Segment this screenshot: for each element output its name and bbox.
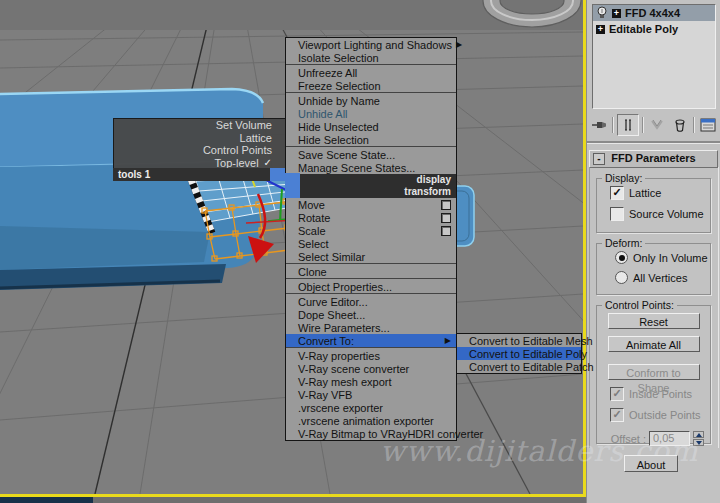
group-label-control-points: Control Points: [602, 299, 677, 311]
inside-points-checkbox-row: ✓ Inside Points [610, 387, 710, 401]
menu-item-dope-sheet[interactable]: Dope Sheet... [286, 308, 456, 321]
menu-item-vray-mesh-export[interactable]: V-Ray mesh export [286, 375, 456, 388]
animate-all-button[interactable]: Animate All [608, 336, 700, 352]
display-group: Display: ✓ Lattice Source Volume [596, 178, 711, 233]
menu-item-clone[interactable]: Clone [286, 265, 456, 278]
menu-item-rotate[interactable]: Rotate [286, 211, 456, 224]
menu-item-hide-selection[interactable]: Hide Selection [286, 133, 456, 146]
pin-stack-icon [591, 117, 607, 133]
lattice-checkbox[interactable]: ✓ [610, 186, 624, 200]
group-label-display: Display: [602, 172, 645, 184]
menu-separator [286, 278, 456, 280]
quad-title-transform: transform [286, 186, 456, 198]
menu-item-convert-editable-poly[interactable]: Convert to Editable Poly [457, 347, 581, 360]
menu-item-vray-vfb[interactable]: V-Ray VFB [286, 388, 456, 401]
reset-button[interactable]: Reset [608, 313, 700, 329]
menu-item-save-scene-state[interactable]: Save Scene State... [286, 148, 456, 161]
only-in-volume-radio-row[interactable]: Only In Volume [615, 251, 710, 264]
modifier-stack-toolbar [589, 112, 719, 138]
menu-item-vray-scene-converter[interactable]: V-Ray scene converter [286, 362, 456, 375]
show-end-result-icon [621, 118, 635, 132]
panel-divider [587, 141, 720, 144]
menu-separator [286, 64, 456, 66]
expand-icon[interactable]: + [612, 9, 621, 18]
show-end-result-button[interactable] [617, 114, 639, 136]
quad-title-display: display [286, 174, 456, 186]
menu-item-isolate-selection[interactable]: Isolate Selection [286, 51, 456, 64]
menu-item-viewport-lighting[interactable]: Viewport Lighting and Shadows ▶ [286, 38, 456, 51]
quad-title-tools1: tools 1 [113, 168, 275, 181]
offset-spinner[interactable] [693, 431, 704, 446]
all-vertices-radio[interactable] [615, 271, 628, 284]
ffd-parameters-rollout: Display: ✓ Lattice Source Volume Deform:… [589, 167, 719, 448]
ffd-parameters-rollout-header[interactable]: - FFD Parameters [589, 150, 718, 168]
quad-item-control-points[interactable]: Control Points [114, 144, 286, 157]
menu-item-unhide-by-name[interactable]: Unhide by Name [286, 94, 456, 107]
modifier-stack-row-ffd[interactable]: + FFD 4x4x4 [593, 5, 715, 21]
about-button[interactable]: About [624, 455, 678, 472]
source-volume-checkbox-row[interactable]: Source Volume [610, 207, 710, 221]
quad-item-set-volume[interactable]: Set Volume [114, 119, 286, 132]
modifier-stack-row-editable-poly[interactable]: + Editable Poly [593, 21, 715, 37]
offset-field[interactable]: 0,05 [649, 431, 690, 446]
pin-stack-button[interactable] [589, 115, 609, 135]
collapse-icon[interactable]: - [593, 153, 605, 165]
menu-item-convert-editable-patch[interactable]: Convert to Editable Patch [457, 360, 581, 373]
menu-item-unhide-all: Unhide All [286, 107, 456, 120]
menu-item-vrscene-animation-exporter[interactable]: .vrscene animation exporter [286, 414, 456, 427]
menu-item-wire-parameters[interactable]: Wire Parameters... [286, 321, 456, 334]
expand-icon[interactable]: + [596, 25, 605, 34]
quad-item-lattice[interactable]: Lattice [114, 132, 286, 145]
menu-item-convert-editable-mesh[interactable]: Convert to Editable Mesh [457, 334, 581, 347]
quad-menu: Viewport Lighting and Shadows ▶ Isolate … [285, 37, 457, 441]
lightbulb-icon[interactable] [596, 6, 608, 20]
inside-points-checkbox: ✓ [610, 387, 624, 401]
menu-item-convert-to[interactable]: Convert To: ▶ [286, 334, 456, 347]
menu-item-curve-editor[interactable]: Curve Editor... [286, 295, 456, 308]
menu-separator [286, 92, 456, 94]
modifier-name: FFD 4x4x4 [625, 7, 680, 19]
source-volume-checkbox[interactable] [610, 207, 624, 221]
toolbar-separator [693, 117, 695, 133]
menu-item-manage-scene-states[interactable]: Manage Scene States... [286, 161, 456, 174]
all-vertices-radio-row[interactable]: All Vertices [615, 271, 710, 284]
lattice-checkbox-row[interactable]: ✓ Lattice [610, 186, 710, 200]
menu-item-hide-unselected[interactable]: Hide Unselected [286, 120, 456, 133]
menu-item-freeze-selection[interactable]: Freeze Selection [286, 79, 456, 92]
settings-box-icon[interactable] [441, 213, 451, 223]
configure-modifier-sets-button[interactable] [698, 115, 718, 135]
menu-item-select-similar[interactable]: Select Similar [286, 250, 456, 263]
menu-item-object-properties[interactable]: Object Properties... [286, 280, 456, 293]
group-label-deform: Deform: [602, 237, 645, 249]
remove-modifier-button[interactable] [670, 115, 690, 135]
menu-item-vray-properties[interactable]: V-Ray properties [286, 349, 456, 362]
menu-item-scale[interactable]: Scale [286, 224, 456, 237]
configure-modifier-sets-icon [700, 118, 716, 132]
remove-modifier-icon [673, 118, 687, 133]
menu-item-unfreeze-all[interactable]: Unfreeze All [286, 66, 456, 79]
outside-points-checkbox-row: ✓ Outside Points [610, 408, 710, 422]
control-points-group: Control Points: Reset Animate All Confor… [596, 305, 711, 444]
toolbar-separator [612, 117, 614, 133]
modifier-name: Editable Poly [609, 23, 678, 35]
spinner-down-icon[interactable] [693, 439, 704, 446]
menu-item-move[interactable]: Move [286, 198, 456, 211]
menu-item-vrscene-exporter[interactable]: .vrscene exporter [286, 401, 456, 414]
quad-center-square [285, 186, 300, 198]
quad-center-square [270, 168, 285, 181]
command-panel: + FFD 4x4x4 + Editable Poly [586, 0, 720, 503]
settings-box-icon[interactable] [441, 200, 451, 210]
deform-group: Deform: Only In Volume All Vertices [596, 243, 711, 295]
submenu-arrow-icon: ▶ [456, 39, 462, 51]
menu-item-select[interactable]: Select [286, 237, 456, 250]
settings-box-icon[interactable] [441, 226, 451, 236]
make-unique-button [647, 115, 667, 135]
offset-label: Offset : [611, 433, 646, 445]
bottom-strip-dark [0, 497, 93, 503]
menu-item-vray-bitmap-converter[interactable]: V-Ray Bitmap to VRayHDRI converter [286, 427, 456, 440]
spinner-up-icon[interactable] [693, 431, 704, 438]
menu-separator [286, 146, 456, 148]
only-in-volume-radio[interactable] [615, 251, 628, 264]
rollout-title: FFD Parameters [611, 152, 695, 164]
quad-tools1: Set Volume Lattice Control Points Top-le… [113, 118, 287, 170]
